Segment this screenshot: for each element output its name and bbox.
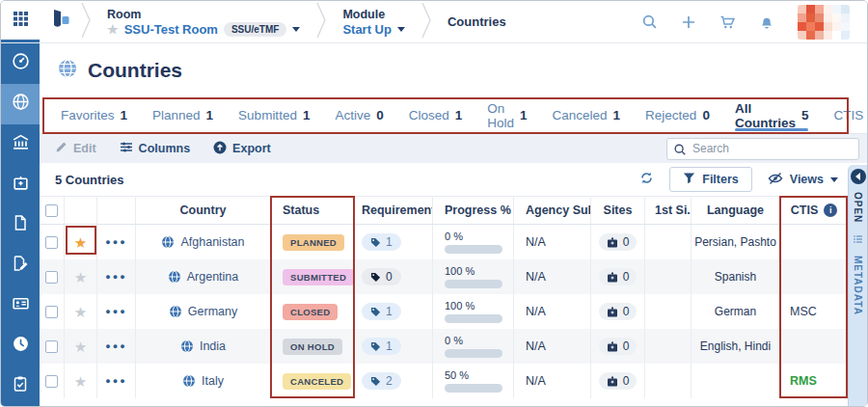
tab-count: 0 xyxy=(702,108,710,122)
funnel-icon xyxy=(683,172,695,187)
row-checkbox[interactable] xyxy=(45,375,58,388)
column-header-language[interactable]: Language xyxy=(692,197,780,224)
views-button[interactable]: Views xyxy=(768,172,838,188)
favorite-star-icon[interactable]: ★ xyxy=(74,305,87,319)
requirements-pill[interactable]: 2 xyxy=(362,372,401,390)
sidebar-item-file[interactable] xyxy=(1,204,40,245)
column-header-ctis[interactable]: CTIS i xyxy=(780,197,848,224)
ellipsis-menu-icon[interactable]: ●●● xyxy=(105,376,126,386)
tab-rejected[interactable]: Rejected0 xyxy=(645,97,710,133)
sidebar-item-hospital[interactable] xyxy=(1,164,40,204)
file-edit-icon xyxy=(12,255,29,276)
tab-label: All Countries xyxy=(735,101,796,130)
tab-active[interactable]: Active0 xyxy=(335,97,383,133)
module-selector[interactable]: Start Up xyxy=(342,22,405,37)
column-header-first-site[interactable]: 1st Si... xyxy=(645,197,692,224)
requirements-pill[interactable]: 1 xyxy=(362,303,401,320)
column-header-sites[interactable]: Sites xyxy=(591,197,645,224)
country-link[interactable]: India xyxy=(200,339,226,353)
plus-icon[interactable] xyxy=(681,14,696,30)
column-header-country[interactable]: Country xyxy=(136,197,271,224)
edit-button[interactable]: Edit xyxy=(55,141,96,156)
globe-icon xyxy=(161,235,175,249)
favorite-star-icon[interactable]: ★ xyxy=(74,235,87,250)
requirements-pill[interactable]: 1 xyxy=(362,233,401,251)
export-button[interactable]: Export xyxy=(213,141,271,157)
status-cell: SUBMITTED xyxy=(271,259,354,294)
column-header-agency[interactable]: Agency Sub... xyxy=(514,197,591,224)
ellipsis-menu-icon[interactable]: ●●● xyxy=(105,272,126,282)
country-link[interactable]: Italy xyxy=(202,374,224,388)
info-icon[interactable]: i xyxy=(824,204,837,217)
favorite-star-icon[interactable]: ★ xyxy=(74,339,87,354)
building-icon xyxy=(607,376,618,387)
bell-icon[interactable] xyxy=(759,14,774,30)
row-checkbox[interactable] xyxy=(45,306,58,318)
ellipsis-menu-icon[interactable]: ●●● xyxy=(105,237,126,247)
row-checkbox[interactable] xyxy=(45,236,58,249)
row-checkbox[interactable] xyxy=(45,340,58,353)
tab-ctis[interactable]: CTIS2 xyxy=(833,97,868,133)
requirements-pill[interactable]: 0 xyxy=(362,268,401,285)
favorite-cell: ★ xyxy=(65,364,97,398)
star-icon[interactable]: ★ xyxy=(107,23,119,36)
search-input[interactable] xyxy=(666,138,859,160)
tab-favorites[interactable]: Favorites1 xyxy=(61,97,127,133)
row-select-cell xyxy=(40,329,65,364)
favorite-star-icon[interactable]: ★ xyxy=(74,374,87,389)
metadata-panel-tab[interactable]: OPEN METADATA xyxy=(848,165,867,406)
sidebar-item-gauge[interactable] xyxy=(1,43,40,84)
tab-canceled[interactable]: Canceled1 xyxy=(553,97,621,133)
select-all-checkbox[interactable] xyxy=(45,204,58,217)
app-logo[interactable] xyxy=(40,1,80,42)
country-link[interactable]: Argentina xyxy=(187,270,239,284)
tab-label: Submitted xyxy=(238,108,297,122)
cart-icon[interactable] xyxy=(719,14,736,30)
tab-on-hold[interactable]: On Hold1 xyxy=(487,97,527,133)
refresh-icon[interactable] xyxy=(639,171,654,189)
toolbar: Edit Columns Export xyxy=(40,133,867,163)
app-launcher-button[interactable] xyxy=(1,1,40,42)
filters-button[interactable]: Filters xyxy=(669,167,752,192)
sites-pill[interactable]: 0 xyxy=(599,372,637,390)
tab-closed[interactable]: Closed1 xyxy=(409,97,463,133)
country-link[interactable]: Afghanistan xyxy=(180,235,244,249)
breadcrumb-separator-icon xyxy=(420,1,432,43)
sidebar-item-id-card[interactable] xyxy=(1,285,40,326)
chevron-down-icon[interactable] xyxy=(397,27,405,32)
column-header-requirements[interactable]: Requirements xyxy=(354,197,433,224)
sidebar-item-bank[interactable] xyxy=(1,124,40,165)
status-cell: ON HOLD xyxy=(271,329,354,364)
tab-label: Closed xyxy=(409,108,449,122)
sidebar-item-clock[interactable] xyxy=(1,325,40,366)
tab-all-countries[interactable]: All Countries5 xyxy=(735,97,809,133)
columns-button[interactable]: Columns xyxy=(120,141,190,156)
column-header-status[interactable]: Status xyxy=(271,197,354,224)
tab-submitted[interactable]: Submitted1 xyxy=(238,97,310,133)
sites-pill[interactable]: 0 xyxy=(599,338,637,355)
sidebar-item-file-edit[interactable] xyxy=(1,245,40,285)
favorite-star-icon[interactable]: ★ xyxy=(74,270,87,285)
progress-cell: 100 % xyxy=(433,294,514,329)
room-selector[interactable]: ★ SSU-Test Room SSU/eTMF xyxy=(107,22,300,37)
row-checkbox[interactable] xyxy=(45,271,58,284)
ellipsis-menu-icon[interactable]: ●●● xyxy=(105,341,126,351)
ctis-cell xyxy=(780,225,848,259)
id-card-icon xyxy=(12,294,30,316)
column-header-progress[interactable]: Progress % xyxy=(433,197,514,224)
tab-planned[interactable]: Planned1 xyxy=(152,97,213,133)
sidebar-item-clipboard[interactable] xyxy=(1,366,40,406)
open-panel-button[interactable] xyxy=(851,169,866,184)
requirements-pill[interactable]: 1 xyxy=(362,338,401,355)
ellipsis-menu-icon[interactable]: ●●● xyxy=(105,307,126,316)
search-icon[interactable] xyxy=(641,14,658,30)
sidebar-item-countries[interactable] xyxy=(1,84,40,124)
chevron-down-icon[interactable] xyxy=(292,27,300,32)
sites-pill[interactable]: 0 xyxy=(599,303,637,320)
sites-pill[interactable]: 0 xyxy=(599,268,637,285)
avatar[interactable] xyxy=(798,5,850,40)
room-name: SSU-Test Room xyxy=(124,22,218,37)
table-row: ★ ●●● Germany CLOSED 1 100 % N/A xyxy=(40,294,867,329)
country-link[interactable]: Germany xyxy=(188,305,237,318)
sites-pill[interactable]: 0 xyxy=(599,233,637,251)
